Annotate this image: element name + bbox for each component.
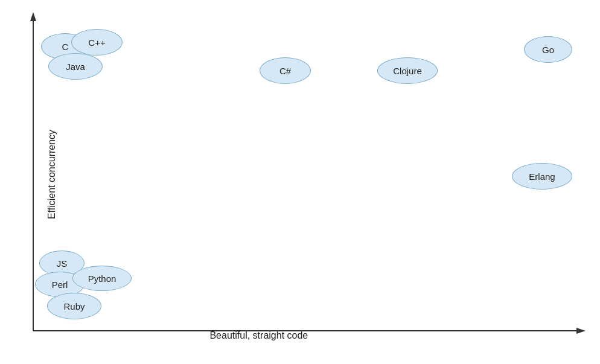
y-axis-label: Efficient concurrency: [46, 130, 57, 219]
bubble-erlang: Erlang: [512, 163, 572, 190]
svg-marker-1: [30, 12, 36, 21]
x-axis-label: Beautiful, straight code: [209, 330, 308, 341]
bubble-cpp: C++: [71, 29, 123, 56]
bubble-python: Python: [72, 266, 132, 291]
svg-marker-3: [576, 328, 586, 334]
bubble-csharp: C#: [260, 57, 311, 84]
chart-container: C C++ Java C# Clojure Go Erlang JS Perl …: [0, 0, 600, 364]
bubble-clojure: Clojure: [377, 57, 438, 84]
bubble-go: Go: [524, 36, 572, 63]
bubble-ruby: Ruby: [47, 293, 101, 319]
bubble-java: Java: [48, 53, 103, 80]
